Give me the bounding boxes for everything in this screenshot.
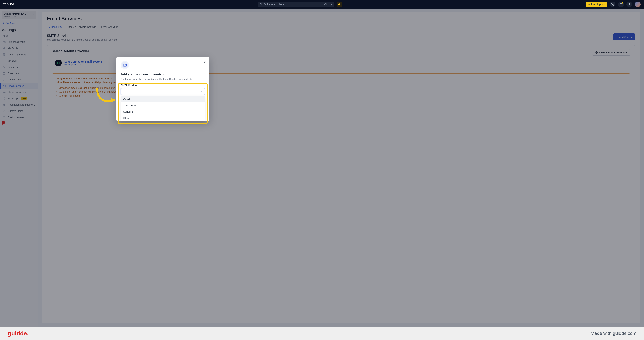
option-yahoo[interactable]: Yahoo Mail [121,102,205,109]
global-search[interactable]: Quick search here Ctrl + K [258,1,334,7]
modal-title: Add your own email service [121,73,205,76]
question-icon: ? [628,3,630,6]
smtp-provider-dropdown: Gmail Yahoo Mail Sendgrid Other [121,96,205,121]
option-other[interactable]: Other [121,115,205,121]
search-shortcut: Ctrl + K [324,3,332,6]
modal-backdrop[interactable] [0,8,644,327]
bolt-icon: ⚡ [338,3,341,6]
chevron-down-icon [200,90,203,93]
notification-dot [622,2,623,3]
svg-line-1 [262,5,262,5]
svg-point-0 [260,3,262,5]
modal-mail-icon [121,61,129,69]
help-button[interactable]: ? [626,1,632,7]
user-avatar[interactable] [635,1,640,7]
phone-button[interactable] [610,1,616,7]
search-placeholder: Quick search here [264,3,284,6]
phone-icon [611,3,614,6]
search-icon [260,3,262,6]
support-button[interactable]: topline Support [586,2,607,7]
smtp-provider-label: SMTP Provider* [121,84,205,87]
smtp-provider-select[interactable] [121,88,205,95]
bolt-button[interactable]: ⚡ [337,2,342,7]
option-gmail[interactable]: Gmail [121,96,205,102]
guidde-footer: guidde. Made with guidde.com [0,327,644,340]
brand-logo: topline [4,2,14,6]
made-with-text: Made with guidde.com [591,331,636,336]
modal-desc: Configure your SMTP provider like Outloo… [121,78,205,80]
option-sendgrid[interactable]: Sendgrid [121,109,205,115]
notifications-button[interactable] [618,1,624,7]
close-icon: ✕ [203,60,206,64]
close-button[interactable]: ✕ [203,60,206,64]
guidde-logo: guidde. [8,330,28,337]
add-email-service-modal: ✕ Add your own email service Configure y… [116,57,210,121]
top-nav: topline Quick search here Ctrl + K ⚡ top… [0,0,644,8]
